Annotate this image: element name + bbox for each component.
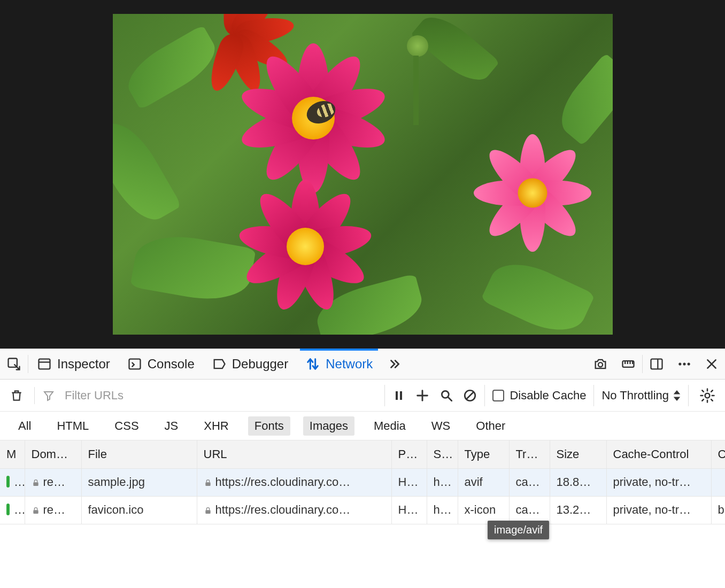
filter-css[interactable]: CSS bbox=[108, 416, 145, 436]
inspector-icon bbox=[37, 357, 52, 372]
col-cache-control[interactable]: Cache-Control bbox=[606, 440, 711, 468]
close-icon bbox=[705, 357, 719, 371]
sort-icon bbox=[673, 390, 681, 401]
trash-icon bbox=[10, 389, 24, 403]
filter-html[interactable]: HTML bbox=[50, 416, 95, 436]
col-domain[interactable]: Dom… bbox=[25, 440, 81, 468]
tab-console-label: Console bbox=[148, 357, 195, 372]
more-options-button[interactable] bbox=[670, 349, 698, 379]
svg-point-12 bbox=[678, 362, 681, 365]
lock-icon bbox=[204, 478, 212, 487]
checkbox-icon bbox=[492, 390, 504, 401]
preview-image: /*petals drawn below*/ bbox=[113, 14, 613, 335]
col-scheme[interactable]: S… bbox=[427, 440, 458, 468]
svg-point-14 bbox=[688, 362, 690, 365]
filter-js[interactable]: JS bbox=[158, 416, 185, 436]
col-transferred[interactable]: Tra… bbox=[509, 440, 550, 468]
tab-debugger[interactable]: Debugger bbox=[203, 349, 297, 379]
col-c[interactable]: C bbox=[711, 440, 725, 468]
throttling-label: No Throttling bbox=[601, 389, 669, 403]
screenshot-button[interactable] bbox=[587, 349, 614, 379]
svg-rect-3 bbox=[129, 359, 140, 369]
svg-rect-28 bbox=[33, 482, 38, 486]
lock-icon bbox=[32, 506, 40, 515]
debugger-icon bbox=[212, 357, 227, 372]
chevron-double-right-icon bbox=[388, 357, 402, 371]
settings-button[interactable] bbox=[696, 380, 719, 411]
lock-icon bbox=[204, 506, 212, 515]
col-size[interactable]: Size bbox=[550, 440, 606, 468]
col-url[interactable]: URL bbox=[197, 440, 391, 468]
block-icon bbox=[463, 389, 477, 403]
disable-cache-toggle[interactable]: Disable Cache bbox=[492, 389, 586, 403]
block-button[interactable] bbox=[463, 380, 477, 411]
col-method[interactable]: M bbox=[0, 440, 25, 468]
status-indicator bbox=[6, 504, 10, 515]
svg-rect-10 bbox=[651, 359, 662, 369]
filter-icon bbox=[42, 389, 55, 402]
filter-all[interactable]: All bbox=[12, 416, 37, 436]
table-row[interactable]: G re… favicon.ico https://res.cloudinary… bbox=[0, 496, 725, 524]
devtools-tabbar: Inspector Console Debugger Network bbox=[0, 349, 725, 380]
console-icon bbox=[127, 357, 142, 372]
col-protocol[interactable]: P… bbox=[391, 440, 427, 468]
dock-side-button[interactable] bbox=[643, 349, 670, 379]
svg-point-4 bbox=[598, 362, 603, 367]
clear-button[interactable] bbox=[6, 380, 27, 411]
tab-inspector[interactable]: Inspector bbox=[28, 349, 119, 379]
pick-element-button[interactable] bbox=[0, 349, 28, 379]
filter-urls-input[interactable] bbox=[63, 385, 377, 406]
more-horizontal-icon bbox=[677, 357, 692, 372]
search-button[interactable] bbox=[439, 380, 453, 411]
filter-ws[interactable]: WS bbox=[425, 416, 457, 436]
network-table: M Dom… File URL P… S… Type Tra… Size Cac… bbox=[0, 440, 725, 524]
disable-cache-label: Disable Cache bbox=[510, 389, 586, 403]
svg-rect-18 bbox=[400, 391, 402, 400]
filter-images[interactable]: Images bbox=[303, 416, 354, 436]
image-viewer: /*petals drawn below*/ bbox=[0, 0, 725, 349]
tabs-overflow-button[interactable] bbox=[381, 349, 408, 379]
filter-xhr[interactable]: XHR bbox=[197, 416, 235, 436]
filter-media[interactable]: Media bbox=[367, 416, 412, 436]
svg-point-13 bbox=[683, 362, 685, 365]
table-row[interactable]: G re… sample.jpg https://res.cloudinary.… bbox=[0, 468, 725, 496]
svg-rect-1 bbox=[39, 359, 50, 369]
pause-button[interactable] bbox=[392, 380, 405, 411]
add-request-button[interactable] bbox=[415, 380, 430, 411]
tab-network[interactable]: Network bbox=[297, 349, 381, 379]
camera-icon bbox=[593, 357, 608, 372]
gear-icon bbox=[699, 388, 715, 404]
lock-icon bbox=[32, 478, 40, 487]
ruler-icon bbox=[621, 357, 636, 372]
tab-debugger-label: Debugger bbox=[232, 357, 288, 372]
pick-element-icon bbox=[6, 357, 21, 372]
filter-fonts[interactable]: Fonts bbox=[248, 416, 290, 436]
network-icon bbox=[305, 357, 320, 372]
svg-line-22 bbox=[449, 397, 452, 401]
tab-console[interactable]: Console bbox=[119, 349, 203, 379]
col-file[interactable]: File bbox=[81, 440, 197, 468]
col-type[interactable]: Type bbox=[458, 440, 509, 468]
tab-inspector-label: Inspector bbox=[57, 357, 110, 372]
status-indicator bbox=[6, 476, 10, 488]
close-devtools-button[interactable] bbox=[698, 349, 725, 379]
filter-other[interactable]: Other bbox=[469, 416, 512, 436]
throttling-select[interactable]: No Throttling bbox=[601, 389, 681, 403]
svg-rect-31 bbox=[205, 510, 210, 514]
search-icon bbox=[439, 389, 453, 403]
svg-marker-25 bbox=[674, 390, 681, 394]
svg-marker-26 bbox=[674, 397, 681, 401]
tab-network-label: Network bbox=[326, 357, 373, 372]
network-toolbar: Disable Cache No Throttling bbox=[0, 380, 725, 412]
svg-rect-30 bbox=[33, 510, 38, 514]
network-table-container: M Dom… File URL P… S… Type Tra… Size Cac… bbox=[0, 440, 725, 588]
pause-icon bbox=[392, 388, 405, 403]
responsive-design-button[interactable] bbox=[614, 349, 642, 379]
svg-line-24 bbox=[467, 392, 474, 399]
plus-icon bbox=[415, 388, 430, 403]
type-filters: All HTML CSS JS XHR Fonts Images Media W… bbox=[0, 412, 725, 440]
dock-icon bbox=[649, 357, 664, 372]
svg-point-27 bbox=[705, 393, 710, 398]
svg-rect-29 bbox=[205, 482, 210, 486]
table-header-row: M Dom… File URL P… S… Type Tra… Size Cac… bbox=[0, 440, 725, 468]
